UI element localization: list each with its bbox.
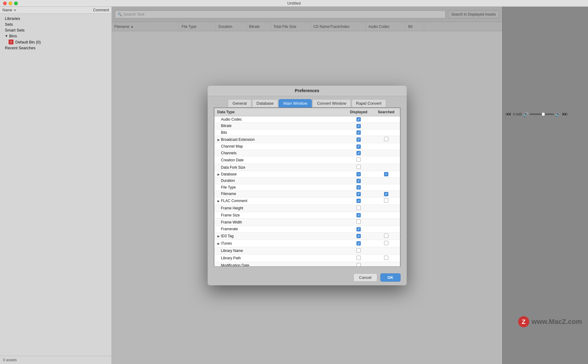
searched-checkbox[interactable] xyxy=(372,129,400,136)
checkbox-icon[interactable] xyxy=(384,241,388,245)
chevron-down-icon[interactable]: ▼ xyxy=(13,9,17,12)
sidebar-item-bins[interactable]: ▼ Bins xyxy=(0,33,111,39)
displayed-checkbox[interactable] xyxy=(345,205,372,212)
searched-checkbox[interactable] xyxy=(372,226,400,233)
displayed-checkbox[interactable] xyxy=(345,123,372,129)
checkbox-icon[interactable] xyxy=(384,192,388,196)
close-button[interactable] xyxy=(3,2,7,5)
displayed-checkbox[interactable] xyxy=(345,143,372,150)
displayed-checkbox[interactable] xyxy=(345,191,372,197)
sidebar-item-default-bin[interactable]: Z Default Bin (0) xyxy=(0,39,111,45)
displayed-checkbox[interactable] xyxy=(345,226,372,233)
displayed-checkbox[interactable] xyxy=(345,178,372,184)
expand-arrow-icon[interactable]: ▶ xyxy=(217,199,220,203)
sidebar-item-libraries[interactable]: Libraries xyxy=(0,16,111,21)
searched-checkbox[interactable] xyxy=(372,143,400,150)
displayed-checkbox[interactable] xyxy=(345,197,372,205)
checkbox-icon[interactable] xyxy=(356,213,361,217)
checkbox-icon[interactable] xyxy=(356,144,361,149)
maximize-button[interactable] xyxy=(14,2,18,5)
checkbox-icon[interactable] xyxy=(356,256,361,260)
searched-checkbox[interactable] xyxy=(372,219,400,226)
checkbox-icon[interactable] xyxy=(384,234,388,238)
cancel-button[interactable]: Cancel xyxy=(353,273,377,282)
data-type-table-scroll[interactable]: Data Type Displayed Searched Audio Codec… xyxy=(214,107,401,267)
searched-checkbox[interactable] xyxy=(372,197,400,205)
displayed-checkbox[interactable] xyxy=(345,212,372,219)
checkbox-icon[interactable] xyxy=(356,220,361,224)
minimize-button[interactable] xyxy=(9,2,12,5)
searched-checkbox[interactable] xyxy=(372,156,400,164)
checkbox-icon[interactable] xyxy=(384,256,388,260)
searched-checkbox[interactable] xyxy=(372,123,400,129)
checkbox-icon[interactable] xyxy=(356,172,361,176)
displayed-checkbox[interactable] xyxy=(345,164,372,171)
searched-checkbox[interactable] xyxy=(372,184,400,191)
displayed-checkbox[interactable] xyxy=(345,129,372,136)
fast-forward-icon[interactable]: ⏭ xyxy=(562,111,568,117)
checkbox-icon[interactable] xyxy=(356,137,361,142)
tab-database[interactable]: Database xyxy=(252,99,278,107)
searched-checkbox[interactable] xyxy=(372,247,400,254)
sidebar-item-smart-sets[interactable]: Smart Sets xyxy=(0,27,111,33)
sidebar-item-recent-searches[interactable]: Recent Searches xyxy=(0,45,111,51)
searched-checkbox[interactable] xyxy=(372,254,400,262)
ok-button[interactable]: OK xyxy=(380,273,401,282)
displayed-checkbox[interactable] xyxy=(345,171,372,178)
displayed-checkbox[interactable] xyxy=(345,232,372,240)
checkbox-icon[interactable] xyxy=(356,206,361,210)
prefs-footer: Cancel OK xyxy=(208,270,407,285)
displayed-checkbox[interactable] xyxy=(345,240,372,247)
displayed-checkbox[interactable] xyxy=(345,116,372,123)
expand-arrow-icon[interactable]: ▶ xyxy=(217,235,220,238)
checkbox-icon[interactable] xyxy=(356,227,361,231)
displayed-checkbox[interactable] xyxy=(345,150,372,156)
rewind-icon[interactable]: ⏮ xyxy=(506,111,511,117)
checkbox-icon[interactable] xyxy=(356,165,361,169)
displayed-checkbox[interactable] xyxy=(345,136,372,143)
searched-checkbox[interactable] xyxy=(372,240,400,247)
checkbox-icon[interactable] xyxy=(356,151,361,155)
checkbox-icon[interactable] xyxy=(356,130,361,135)
searched-checkbox[interactable] xyxy=(372,232,400,240)
checkbox-icon[interactable] xyxy=(384,198,388,203)
checkbox-icon[interactable] xyxy=(384,137,388,141)
searched-checkbox[interactable] xyxy=(372,178,400,184)
checkbox-icon[interactable] xyxy=(356,185,361,190)
checkbox-icon[interactable] xyxy=(356,179,361,183)
tab-general[interactable]: General xyxy=(228,99,251,107)
searched-checkbox[interactable] xyxy=(372,136,400,143)
sidebar-item-sets[interactable]: Sets xyxy=(0,21,111,27)
searched-checkbox[interactable] xyxy=(372,212,400,219)
checkbox-icon[interactable] xyxy=(356,124,361,128)
displayed-checkbox[interactable] xyxy=(345,254,372,262)
checkbox-icon[interactable] xyxy=(356,234,361,238)
tab-rapid-convert[interactable]: Rapid Convert xyxy=(352,99,386,107)
expand-arrow-icon[interactable]: ▶ xyxy=(217,242,220,245)
checkbox-icon[interactable] xyxy=(356,263,361,267)
searched-checkbox[interactable] xyxy=(372,150,400,156)
displayed-checkbox[interactable] xyxy=(345,247,372,254)
searched-checkbox[interactable] xyxy=(372,164,400,171)
checkbox-icon[interactable] xyxy=(356,157,361,162)
displayed-checkbox[interactable] xyxy=(345,184,372,191)
searched-checkbox[interactable] xyxy=(372,171,400,178)
displayed-checkbox[interactable] xyxy=(345,156,372,164)
checkbox-icon[interactable] xyxy=(356,248,361,253)
searched-checkbox[interactable] xyxy=(372,205,400,212)
tab-convert-window[interactable]: Convert Window xyxy=(312,99,351,107)
checkbox-icon[interactable] xyxy=(356,199,361,203)
checkbox-icon[interactable] xyxy=(384,172,388,176)
displayed-checkbox[interactable] xyxy=(345,219,372,226)
tab-main-window[interactable]: Main Window xyxy=(279,99,312,107)
checkbox-icon[interactable] xyxy=(356,241,361,246)
searched-checkbox[interactable] xyxy=(372,262,400,267)
searched-checkbox[interactable] xyxy=(372,116,400,123)
checkbox-icon[interactable] xyxy=(356,192,361,196)
expand-arrow-icon[interactable]: ▶ xyxy=(217,173,220,176)
expand-arrow-icon[interactable]: ▶ xyxy=(217,138,220,141)
checkbox-icon[interactable] xyxy=(356,117,361,122)
searched-checkbox[interactable] xyxy=(372,191,400,197)
displayed-checkbox[interactable] xyxy=(345,262,372,267)
volume-slider[interactable] xyxy=(530,114,554,115)
